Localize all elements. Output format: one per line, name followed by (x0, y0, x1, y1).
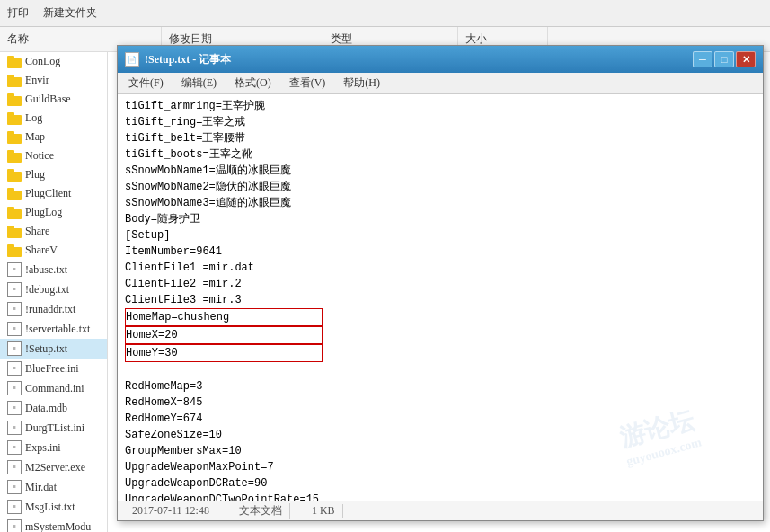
maximize-button[interactable]: □ (714, 51, 734, 67)
close-button[interactable]: ✕ (736, 51, 756, 67)
sidebar-item-DurgTListini[interactable]: ≡DurgTList.ini (0, 418, 107, 438)
sidebar-item-label: PlugLog (25, 206, 62, 219)
notepad-statusbar: 2017-07-11 12:48 文本文档 1 KB (118, 501, 763, 520)
folder-icon (7, 75, 22, 87)
statusbar-size: 1 KB (305, 504, 343, 518)
sidebar-item-Notice[interactable]: Notice (0, 146, 107, 165)
sidebar-item-label: BlueFree.ini (25, 362, 79, 376)
sidebar-item-label: Log (25, 111, 42, 125)
notepad-title-text: !Setup.txt - 记事本 (145, 52, 693, 67)
file-icon: ≡ (7, 421, 22, 435)
sidebar-item-Datamdb[interactable]: ≡Data.mdb (0, 398, 107, 418)
sidebar-item-label: Map (25, 130, 45, 144)
sidebar-item-Share[interactable]: Share (0, 222, 107, 241)
file-icon: ≡ (7, 361, 22, 376)
sidebar-item-label: !servertable.txt (25, 323, 90, 336)
sidebar-item-MsgListtxt[interactable]: ≡MsgList.txt (0, 497, 107, 517)
file-icon: ≡ (7, 282, 22, 297)
sidebar-item-label: Mir.dat (25, 481, 57, 494)
sidebar-item-label: PlugClient (25, 187, 71, 200)
folder-icon (7, 226, 22, 238)
menu-format[interactable]: 格式(O) (227, 74, 279, 93)
file-icon: ≡ (7, 322, 22, 336)
sidebar-item-label: Exps.ini (25, 441, 61, 455)
sidebar-item-mSystemModu[interactable]: ≡mSystemModu (0, 517, 107, 532)
notepad-title-icon: 📄 (125, 52, 139, 66)
sidebar-item-label: Command.ini (25, 382, 84, 395)
folder-icon (7, 150, 22, 163)
sidebar-item-label: MsgList.txt (25, 501, 75, 514)
statusbar-date: 2017-07-11 12:48 (125, 504, 217, 518)
folder-icon (7, 188, 22, 200)
sidebar-item-ConLog[interactable]: ConLog (0, 52, 107, 71)
sidebar-item-label: !Setup.txt (25, 342, 67, 356)
sidebar-item-label: DurgTList.ini (25, 421, 84, 435)
menu-edit[interactable]: 编辑(E) (174, 74, 224, 93)
file-icon: ≡ (7, 341, 22, 356)
sidebar-item-BlueFreeini[interactable]: ≡BlueFree.ini (0, 359, 107, 378)
notepad-window: 📄 !Setup.txt - 记事本 ─ □ ✕ 文件(F) 编辑(E) 格式(… (117, 45, 764, 521)
file-icon: ≡ (7, 440, 22, 455)
sidebar-item-GuildBase[interactable]: GuildBase (0, 90, 107, 109)
file-icon: ≡ (7, 401, 22, 415)
sidebar-item-Mirdat[interactable]: ≡Mir.dat (0, 477, 107, 497)
sidebar-item-label: !abuse.txt (25, 263, 67, 277)
file-icon: ≡ (7, 460, 22, 474)
sidebar-item-Expsini[interactable]: ≡Exps.ini (0, 438, 107, 457)
sidebar-item-runaddrtxt[interactable]: ≡!runaddr.txt (0, 299, 107, 319)
folder-icon (7, 112, 22, 125)
folder-icon (7, 207, 22, 219)
sidebar-item-PlugClient[interactable]: PlugClient (0, 184, 107, 203)
file-icon: ≡ (7, 381, 22, 395)
folder-icon (7, 131, 22, 144)
folder-icon (7, 169, 22, 182)
sidebar-item-Envir[interactable]: Envir (0, 71, 107, 90)
titlebar-buttons: ─ □ ✕ (693, 51, 756, 67)
notepad-content[interactable]: tiGift_armring=王宰护腕 tiGift_ring=王宰之戒 tiG… (118, 94, 763, 501)
folder-icon (7, 56, 22, 68)
file-icon: ≡ (7, 302, 22, 316)
explorer-sidebar: ConLogEnvirGuildBaseLogMapNoticePlugPlug… (0, 52, 108, 532)
sidebar-item-abusetxt[interactable]: ≡!abuse.txt (0, 260, 107, 279)
sidebar-item-label: !debug.txt (25, 283, 69, 297)
notepad-menubar: 文件(F) 编辑(E) 格式(O) 查看(V) 帮助(H) (118, 73, 763, 94)
sidebar-item-label: Share (25, 225, 49, 238)
menu-help[interactable]: 帮助(H) (336, 74, 387, 93)
sidebar-item-PlugLog[interactable]: PlugLog (0, 203, 107, 222)
file-icon: ≡ (7, 262, 22, 277)
sidebar-item-Commandini[interactable]: ≡Command.ini (0, 378, 107, 398)
explorer-toolbar: 打印 新建文件夹 (0, 0, 770, 27)
notepad-titlebar: 📄 !Setup.txt - 记事本 ─ □ ✕ (118, 46, 763, 73)
sidebar-item-label: ConLog (25, 55, 60, 68)
sidebar-item-Map[interactable]: Map (0, 128, 107, 146)
sidebar-item-servertabletxt[interactable]: ≡!servertable.txt (0, 319, 107, 339)
sidebar-item-ShareV[interactable]: ShareV (0, 241, 107, 260)
sidebar-item-label: ShareV (25, 244, 58, 257)
sidebar-item-label: GuildBase (25, 93, 71, 106)
sidebar-item-M2Serverexe[interactable]: ≡M2Server.exe (0, 457, 107, 477)
sidebar-item-Setuptxt[interactable]: ≡!Setup.txt (0, 339, 107, 359)
print-button[interactable]: 打印 (7, 5, 29, 21)
sidebar-item-label: Notice (25, 149, 54, 163)
sidebar-item-Log[interactable]: Log (0, 109, 107, 128)
sidebar-item-label: Plug (25, 168, 45, 182)
sidebar-item-Plug[interactable]: Plug (0, 165, 107, 184)
sidebar-item-label: M2Server.exe (25, 461, 85, 474)
folder-icon (7, 244, 22, 257)
sidebar-item-label: Envir (25, 74, 49, 87)
file-icon: ≡ (7, 519, 22, 532)
new-folder-button[interactable]: 新建文件夹 (43, 5, 97, 21)
folder-icon (7, 93, 22, 106)
sidebar-item-debugtxt[interactable]: ≡!debug.txt (0, 279, 107, 299)
minimize-button[interactable]: ─ (693, 51, 712, 67)
menu-file[interactable]: 文件(F) (121, 74, 171, 93)
sidebar-item-label: mSystemModu (25, 520, 91, 533)
menu-view[interactable]: 查看(V) (282, 74, 333, 93)
file-icon: ≡ (7, 480, 22, 494)
sidebar-item-label: !runaddr.txt (25, 303, 75, 316)
file-icon: ≡ (7, 500, 22, 514)
sidebar-item-label: Data.mdb (25, 402, 67, 415)
statusbar-type: 文本文档 (232, 503, 290, 519)
